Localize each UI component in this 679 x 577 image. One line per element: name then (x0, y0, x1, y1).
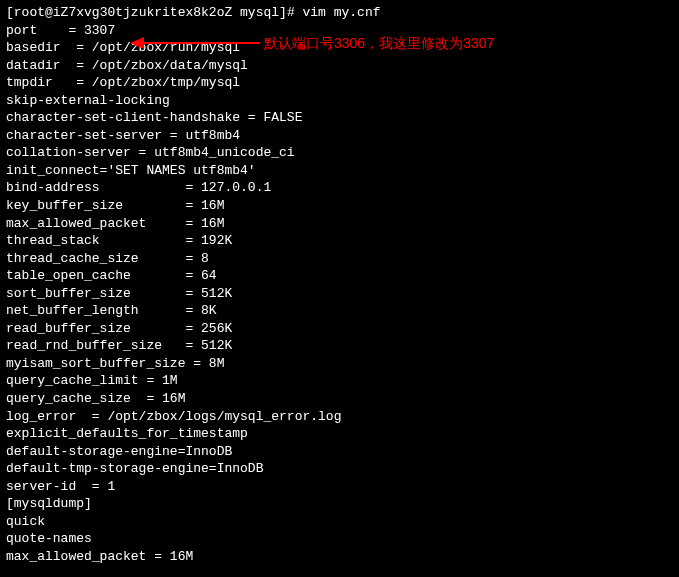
config-line: max_allowed_packet = 16M (6, 548, 673, 566)
config-line: character-set-client-handshake = FALSE (6, 109, 673, 127)
config-line: thread_cache_size = 8 (6, 250, 673, 268)
shell-command: vim my.cnf (302, 5, 380, 20)
config-line: default-tmp-storage-engine=InnoDB (6, 460, 673, 478)
config-line: sort_buffer_size = 512K (6, 285, 673, 303)
config-line: read_rnd_buffer_size = 512K (6, 337, 673, 355)
prompt-userhost: root@iZ7xvg30tjzukritex8k2oZ (14, 5, 232, 20)
terminal-output[interactable]: [root@iZ7xvg30tjzukritex8k2oZ mysql]# vi… (6, 4, 673, 566)
config-line: character-set-server = utf8mb4 (6, 127, 673, 145)
config-line: key_buffer_size = 16M (6, 197, 673, 215)
config-line: myisam_sort_buffer_size = 8M (6, 355, 673, 373)
config-line-datadir: datadir = /opt/zbox/data/mysql (6, 57, 673, 75)
config-line: explicit_defaults_for_timestamp (6, 425, 673, 443)
config-line: log_error = /opt/zbox/logs/mysql_error.l… (6, 408, 673, 426)
prompt-cwd: mysql (240, 5, 279, 20)
config-line: server-id = 1 (6, 478, 673, 496)
shell-prompt-line: [root@iZ7xvg30tjzukritex8k2oZ mysql]# vi… (6, 4, 673, 22)
config-line: query_cache_limit = 1M (6, 372, 673, 390)
config-line: bind-address = 127.0.0.1 (6, 179, 673, 197)
config-line: quick (6, 513, 673, 531)
config-line: max_allowed_packet = 16M (6, 215, 673, 233)
config-line-tmpdir: tmpdir = /opt/zbox/tmp/mysql (6, 74, 673, 92)
config-line-basedir: basedir = /opt/zbox/run/mysql (6, 39, 673, 57)
config-line: net_buffer_length = 8K (6, 302, 673, 320)
config-line-port: port = 3307 (6, 22, 673, 40)
config-line-section: [mysqldump] (6, 495, 673, 513)
config-line: skip-external-locking (6, 92, 673, 110)
config-line: read_buffer_size = 256K (6, 320, 673, 338)
config-line: table_open_cache = 64 (6, 267, 673, 285)
config-line: default-storage-engine=InnoDB (6, 443, 673, 461)
config-line: quote-names (6, 530, 673, 548)
config-line: collation-server = utf8mb4_unicode_ci (6, 144, 673, 162)
config-line: init_connect='SET NAMES utf8mb4' (6, 162, 673, 180)
config-line: thread_stack = 192K (6, 232, 673, 250)
config-line: query_cache_size = 16M (6, 390, 673, 408)
